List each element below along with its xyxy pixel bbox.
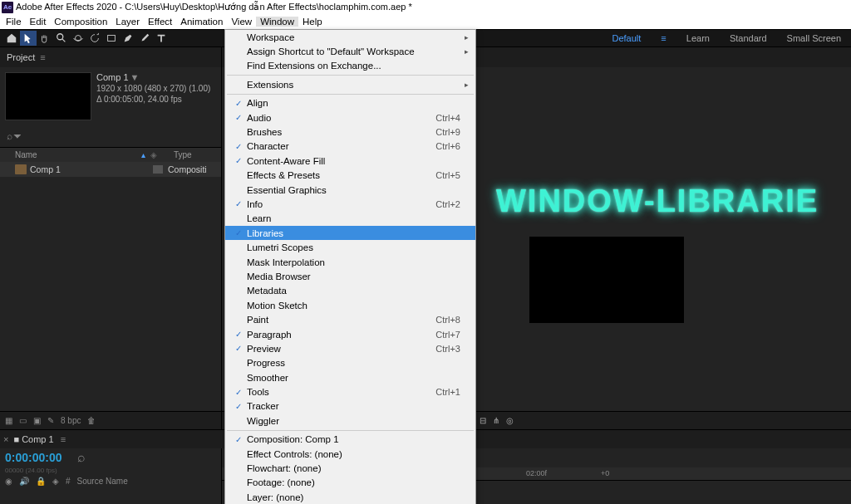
menu-item-tracker[interactable]: ✓Tracker xyxy=(225,399,475,413)
adjust-icon[interactable]: ✎ xyxy=(47,416,54,425)
menu-item-label: Motion Sketch xyxy=(245,301,460,311)
menu-item-label: Workspace xyxy=(245,32,460,42)
type-tool[interactable] xyxy=(153,31,170,46)
menu-item-wiggler[interactable]: Wiggler xyxy=(225,413,475,428)
menu-item-label: Find Extensions on Exchange... xyxy=(245,61,460,71)
project-tab[interactable]: Project≡ xyxy=(0,47,221,67)
menu-item-find-extensions-on-exchange-[interactable]: Find Extensions on Exchange... xyxy=(225,59,475,73)
check-icon: ✓ xyxy=(232,199,245,208)
menu-item-libraries[interactable]: ✓Libraries xyxy=(225,226,475,240)
close-icon[interactable]: × xyxy=(3,434,8,444)
check-icon: ✓ xyxy=(232,113,245,122)
menu-item-learn[interactable]: Learn xyxy=(225,212,475,226)
workspace-learn[interactable]: Learn xyxy=(686,33,710,43)
bpc-label[interactable]: 8 bpc xyxy=(61,416,81,425)
menu-item-mask-interpolation[interactable]: Mask Interpolation xyxy=(225,255,475,269)
panel-menu-icon[interactable]: ≡ xyxy=(40,52,45,62)
tl-search-icon[interactable]: ⌕ xyxy=(77,450,86,465)
menu-animation[interactable]: Animation xyxy=(176,17,227,27)
check-icon: ✓ xyxy=(232,388,245,397)
project-item[interactable]: Comp 1 Compositi xyxy=(0,162,221,177)
view-opt5-icon[interactable]: ◎ xyxy=(506,416,514,425)
menu-effect[interactable]: Effect xyxy=(144,17,176,27)
comp-new-icon[interactable]: ▣ xyxy=(33,416,41,425)
menu-window[interactable]: Window xyxy=(256,17,298,27)
menu-item-essential-graphics[interactable]: Essential Graphics xyxy=(225,183,475,197)
menu-item-label: Assign Shortcut to "Default" Workspace xyxy=(245,46,460,56)
menu-item-content-aware-fill[interactable]: ✓Content-Aware Fill xyxy=(225,154,475,168)
menu-view[interactable]: View xyxy=(227,17,256,27)
menu-item-label: Effects & Presets xyxy=(245,170,435,180)
shortcut-label: Ctrl+1 xyxy=(435,387,460,397)
lock-icon[interactable]: 🔒 xyxy=(36,477,46,486)
menu-file[interactable]: File xyxy=(2,17,26,27)
menu-item-motion-sketch[interactable]: Motion Sketch xyxy=(225,298,475,312)
project-list-header: Name▴ ◈ Type xyxy=(0,147,221,162)
frame-sub: 00000 (24.00 fps) xyxy=(0,467,221,474)
menu-item-assign-shortcut-to-default-workspace[interactable]: Assign Shortcut to "Default" Workspace xyxy=(225,44,475,58)
menu-item-audio[interactable]: ✓AudioCtrl+4 xyxy=(225,110,475,125)
sort-icon[interactable]: ▴ xyxy=(141,150,145,159)
workspace-standard[interactable]: Standard xyxy=(730,33,767,43)
menu-item-preview[interactable]: ✓PreviewCtrl+3 xyxy=(225,341,475,355)
menu-item-lumetri-scopes[interactable]: Lumetri Scopes xyxy=(225,240,475,254)
pen-tool[interactable] xyxy=(120,31,136,46)
brush-tool[interactable] xyxy=(136,31,153,46)
menu-item-progress[interactable]: Progress xyxy=(225,356,475,370)
menu-layer[interactable]: Layer xyxy=(111,17,144,27)
menu-item-paint[interactable]: PaintCtrl+8 xyxy=(225,312,475,326)
label-icon[interactable]: ◈ xyxy=(150,150,157,159)
menu-item-smoother[interactable]: Smoother xyxy=(225,370,475,384)
check-icon: ✓ xyxy=(232,402,245,411)
app-icon: Ae xyxy=(2,2,13,13)
menu-item-flowchart-none-[interactable]: Flowchart: (none) xyxy=(225,461,475,475)
view-opt4-icon[interactable]: ⋔ xyxy=(493,416,499,425)
panel-menu-icon[interactable]: ≡ xyxy=(61,434,66,444)
chevron-down-icon[interactable]: ▼ xyxy=(130,72,140,82)
menu-item-metadata[interactable]: Metadata xyxy=(225,284,475,298)
menu-item-footage-none-[interactable]: Footage: (none) xyxy=(225,476,475,490)
workspace-small-screen[interactable]: Small Screen xyxy=(787,33,841,43)
workspace-menu-icon[interactable]: ≡ xyxy=(661,33,666,43)
rotate-tool[interactable] xyxy=(86,31,103,46)
trash-icon[interactable]: 🗑 xyxy=(87,416,96,425)
menu-item-brushes[interactable]: BrushesCtrl+9 xyxy=(225,125,475,139)
menu-item-info[interactable]: ✓InfoCtrl+2 xyxy=(225,197,475,211)
timecode[interactable]: 0:00:00:00 xyxy=(5,451,62,464)
zoom-tool[interactable] xyxy=(53,31,70,46)
menu-edit[interactable]: Edit xyxy=(26,17,51,27)
menu-item-media-browser[interactable]: Media Browser xyxy=(225,269,475,283)
menu-item-tools[interactable]: ✓ToolsCtrl+1 xyxy=(225,384,475,399)
menu-item-layer-none-[interactable]: Layer: (none) xyxy=(225,490,475,504)
menu-item-label: Learn xyxy=(245,213,460,223)
rect-tool[interactable] xyxy=(103,31,120,46)
selection-tool[interactable] xyxy=(20,31,37,46)
menu-item-paragraph[interactable]: ✓ParagraphCtrl+7 xyxy=(225,327,475,341)
menu-item-workspace[interactable]: Workspace xyxy=(225,30,475,44)
shortcut-label: Ctrl+2 xyxy=(435,199,460,209)
speaker-icon[interactable]: 🔊 xyxy=(19,477,29,486)
workspace-default[interactable]: Default xyxy=(612,33,642,43)
label-col-icon[interactable]: ◈ xyxy=(52,477,59,486)
source-name-header[interactable]: Source Name xyxy=(77,477,128,486)
menu-item-effect-controls-none-[interactable]: Effect Controls: (none) xyxy=(225,447,475,461)
timeline-tab-label[interactable]: ■ Comp 1 xyxy=(13,434,53,444)
menu-item-label: Extensions xyxy=(245,80,460,90)
menu-item-effects-presets[interactable]: Effects & PresetsCtrl+5 xyxy=(225,169,475,183)
menu-item-composition-comp-1[interactable]: ✓Composition: Comp 1 xyxy=(225,433,475,447)
hand-tool[interactable] xyxy=(37,31,53,46)
search-icon[interactable]: ⌕⏷ xyxy=(7,130,22,142)
view-opt3-icon[interactable]: ⊟ xyxy=(480,416,486,425)
eye-icon[interactable]: ◉ xyxy=(5,477,12,486)
window-menu-dropdown: WorkspaceAssign Shortcut to "Default" Wo… xyxy=(224,29,476,504)
menu-item-align[interactable]: ✓Align xyxy=(225,96,475,110)
menu-item-extensions[interactable]: Extensions xyxy=(225,77,475,91)
orbit-tool[interactable] xyxy=(70,31,86,46)
home-icon[interactable] xyxy=(3,31,20,46)
menu-item-label: Essential Graphics xyxy=(245,185,460,195)
folder-icon[interactable]: ▭ xyxy=(19,416,27,425)
menu-help[interactable]: Help xyxy=(298,17,327,27)
menu-composition[interactable]: Composition xyxy=(50,17,111,27)
menu-item-character[interactable]: ✓CharacterCtrl+6 xyxy=(225,139,475,154)
interpret-icon[interactable]: ▦ xyxy=(5,416,12,425)
